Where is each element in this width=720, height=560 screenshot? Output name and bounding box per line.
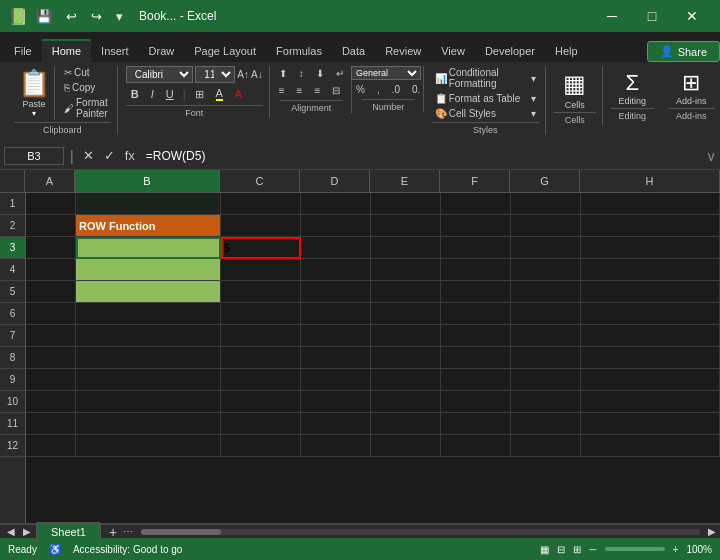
cell-a5[interactable]: [26, 281, 76, 303]
cut-button[interactable]: ✂ Cut: [61, 66, 111, 79]
cell-h3[interactable]: [581, 237, 720, 259]
formula-bar-expand-icon[interactable]: ∨: [706, 148, 716, 164]
cell-a10[interactable]: [26, 391, 76, 413]
col-header-g[interactable]: G: [510, 170, 580, 192]
cell-f6[interactable]: [441, 303, 511, 325]
cell-h11[interactable]: [581, 413, 720, 435]
cell-f1[interactable]: [441, 193, 511, 215]
cell-a2[interactable]: [26, 215, 76, 237]
col-header-d[interactable]: D: [300, 170, 370, 192]
cell-g4[interactable]: [511, 259, 581, 281]
cell-e6[interactable]: [371, 303, 441, 325]
cell-a7[interactable]: [26, 325, 76, 347]
cell-b1[interactable]: [76, 193, 221, 215]
font-selector[interactable]: Calibri: [126, 66, 194, 83]
cell-f8[interactable]: [441, 347, 511, 369]
cell-g9[interactable]: [511, 369, 581, 391]
cell-g10[interactable]: [511, 391, 581, 413]
cell-a8[interactable]: [26, 347, 76, 369]
fill-color-button[interactable]: A: [211, 85, 228, 103]
select-all-button[interactable]: [0, 170, 25, 192]
undo-icon[interactable]: ↩: [62, 7, 81, 26]
cell-c1[interactable]: [221, 193, 301, 215]
cell-f10[interactable]: [441, 391, 511, 413]
cell-c3[interactable]: 5: [221, 237, 301, 259]
cell-c5[interactable]: [221, 281, 301, 303]
row-8[interactable]: 8: [0, 347, 25, 369]
col-header-c[interactable]: C: [220, 170, 300, 192]
cell-d8[interactable]: [301, 347, 371, 369]
cell-h4[interactable]: [581, 259, 720, 281]
cell-g2[interactable]: [511, 215, 581, 237]
view-normal-icon[interactable]: ▦: [540, 544, 549, 555]
cell-d10[interactable]: [301, 391, 371, 413]
cell-b12[interactable]: [76, 435, 221, 457]
view-pagebreak-icon[interactable]: ⊞: [573, 544, 581, 555]
cell-g3[interactable]: [511, 237, 581, 259]
next-sheet-icon[interactable]: ▶: [20, 526, 34, 537]
col-header-f[interactable]: F: [440, 170, 510, 192]
cell-f11[interactable]: [441, 413, 511, 435]
conditional-formatting-button[interactable]: 📊 Conditional Formatting ▾: [432, 66, 539, 90]
cell-e8[interactable]: [371, 347, 441, 369]
border-button[interactable]: ⊞: [190, 86, 209, 103]
row-2[interactable]: 2: [0, 215, 25, 237]
cell-b7[interactable]: [76, 325, 221, 347]
cell-a1[interactable]: [26, 193, 76, 215]
row-12[interactable]: 12: [0, 435, 25, 457]
cell-c8[interactable]: [221, 347, 301, 369]
decrease-decimal-button[interactable]: 0.: [407, 82, 425, 97]
font-size-selector[interactable]: 11: [195, 66, 235, 83]
cell-g1[interactable]: [511, 193, 581, 215]
tab-page-layout[interactable]: Page Layout: [184, 41, 266, 62]
align-middle-button[interactable]: ↕: [294, 66, 309, 81]
cell-f4[interactable]: [441, 259, 511, 281]
tab-formulas[interactable]: Formulas: [266, 41, 332, 62]
insert-function-icon[interactable]: fx: [122, 148, 138, 163]
zoom-out-icon[interactable]: ─: [589, 544, 596, 555]
cell-h1[interactable]: [581, 193, 720, 215]
tab-file[interactable]: File: [4, 41, 42, 62]
confirm-formula-icon[interactable]: ✓: [101, 148, 118, 163]
col-header-a[interactable]: A: [25, 170, 75, 192]
underline-button[interactable]: U: [161, 86, 179, 102]
cell-h6[interactable]: [581, 303, 720, 325]
close-button[interactable]: ✕: [672, 0, 712, 32]
cell-h7[interactable]: [581, 325, 720, 347]
cell-d1[interactable]: [301, 193, 371, 215]
cell-c12[interactable]: [221, 435, 301, 457]
prev-sheet-icon[interactable]: ◀: [4, 526, 18, 537]
italic-button[interactable]: I: [146, 86, 159, 102]
format-as-table-button[interactable]: 📋 Format as Table ▾: [432, 92, 539, 105]
cell-f9[interactable]: [441, 369, 511, 391]
cell-d5[interactable]: [301, 281, 371, 303]
cell-e11[interactable]: [371, 413, 441, 435]
view-layout-icon[interactable]: ⊟: [557, 544, 565, 555]
cell-e9[interactable]: [371, 369, 441, 391]
percent-button[interactable]: %: [351, 82, 370, 97]
cell-d4[interactable]: [301, 259, 371, 281]
cell-c6[interactable]: [221, 303, 301, 325]
cell-a4[interactable]: [26, 259, 76, 281]
wrap-text-button[interactable]: ↵: [331, 66, 349, 81]
row-1[interactable]: 1: [0, 193, 25, 215]
cell-h5[interactable]: [581, 281, 720, 303]
cell-a11[interactable]: [26, 413, 76, 435]
row-7[interactable]: 7: [0, 325, 25, 347]
more-options-icon[interactable]: ⋯: [123, 526, 133, 537]
cell-h10[interactable]: [581, 391, 720, 413]
cell-e1[interactable]: [371, 193, 441, 215]
cell-b3[interactable]: [76, 237, 221, 259]
cell-f3[interactable]: [441, 237, 511, 259]
cell-styles-button[interactable]: 🎨 Cell Styles ▾: [432, 107, 539, 120]
paste-button[interactable]: 📋 Paste ▾: [14, 66, 55, 120]
customize-qat-icon[interactable]: ▾: [112, 7, 127, 26]
cell-b6[interactable]: [76, 303, 221, 325]
cell-b8[interactable]: [76, 347, 221, 369]
scroll-right-icon[interactable]: ▶: [708, 526, 716, 537]
cell-c4[interactable]: [221, 259, 301, 281]
cell-g6[interactable]: [511, 303, 581, 325]
align-top-button[interactable]: ⬆: [274, 66, 292, 81]
cell-f5[interactable]: [441, 281, 511, 303]
cell-d11[interactable]: [301, 413, 371, 435]
